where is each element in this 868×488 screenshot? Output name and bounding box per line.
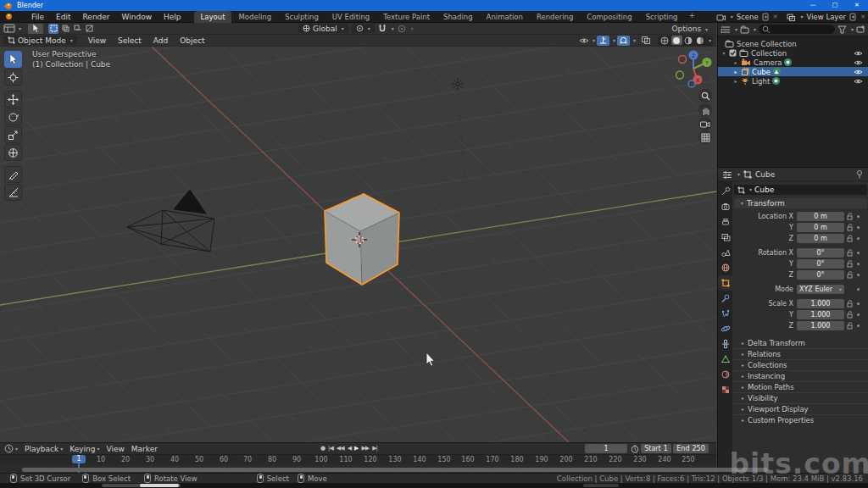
- tool-measure-button[interactable]: [4, 184, 22, 201]
- timeline-ruler[interactable]: 10 20 30 40 50 60 70 80 90 100 110 120 1…: [0, 454, 716, 464]
- animate-dot[interactable]: [857, 215, 860, 218]
- outliner-row-collection[interactable]: ▾ Collection: [718, 48, 868, 58]
- animate-dot[interactable]: [857, 226, 860, 229]
- maximize-button[interactable]: □: [824, 0, 846, 11]
- scale-z-input[interactable]: 1.000: [797, 321, 844, 330]
- menu-view[interactable]: View: [82, 35, 112, 47]
- keying-menu[interactable]: Keying▾: [70, 445, 99, 453]
- lock-icon[interactable]: [844, 249, 854, 257]
- tab-shading[interactable]: Shading: [437, 11, 480, 23]
- outliner-search-input[interactable]: [759, 25, 835, 34]
- tab-object-data[interactable]: [718, 352, 732, 367]
- object-name-field[interactable]: ▾ Cube: [734, 185, 867, 195]
- tab-render[interactable]: [718, 199, 732, 214]
- overlays-dropdown-icon[interactable]: ▾: [633, 38, 636, 43]
- new-scene-icon[interactable]: [762, 13, 770, 21]
- tab-constraints[interactable]: [718, 336, 732, 352]
- transform-panel-header[interactable]: ▾ Transform: [734, 198, 867, 208]
- remove-view-layer-icon[interactable]: ✕: [860, 14, 865, 20]
- panel-viewport-display[interactable]: ▸Viewport Display: [734, 403, 867, 414]
- perspective-toggle-button[interactable]: [698, 130, 712, 144]
- animate-dot[interactable]: [857, 288, 860, 291]
- scale-y-input[interactable]: 1.000: [797, 310, 844, 319]
- frame-start-input[interactable]: Start1: [641, 444, 671, 453]
- hide-toggle-eye-icon[interactable]: [854, 50, 863, 57]
- tool-select-box-button[interactable]: [4, 51, 22, 68]
- lock-icon[interactable]: [844, 311, 854, 319]
- frame-end-input[interactable]: End250: [673, 444, 709, 453]
- panel-collections[interactable]: ▸Collections: [734, 359, 867, 370]
- pivot-point-dropdown[interactable]: ▾: [352, 24, 375, 33]
- menu-add[interactable]: Add: [147, 35, 174, 47]
- shading-wireframe-button[interactable]: [659, 36, 670, 45]
- menu-help[interactable]: Help: [158, 11, 187, 23]
- view-layer-name[interactable]: View Layer: [807, 13, 847, 21]
- timeline-view-menu[interactable]: View: [106, 445, 124, 453]
- lock-icon[interactable]: [844, 271, 854, 279]
- camera-view-button[interactable]: [698, 117, 712, 130]
- panel-instancing[interactable]: ▸Instancing: [734, 370, 867, 381]
- tab-texture[interactable]: [718, 382, 732, 397]
- shading-solid-button[interactable]: [671, 36, 682, 45]
- pan-button[interactable]: [698, 103, 712, 117]
- viewport-3d[interactable]: User Perspective (1) Collection | Cube Z: [0, 47, 716, 442]
- animate-dot[interactable]: [857, 274, 860, 276]
- tab-tool[interactable]: [718, 184, 732, 199]
- scene-name[interactable]: Scene: [737, 13, 759, 21]
- use-preview-range-icon[interactable]: [631, 445, 639, 453]
- options-dropdown[interactable]: Options ▾: [671, 25, 708, 33]
- rotation-x-input[interactable]: 0°: [797, 248, 844, 258]
- light-object[interactable]: [452, 78, 464, 90]
- current-frame-marker[interactable]: 1: [72, 455, 86, 463]
- toggle-xray-button[interactable]: [640, 36, 653, 46]
- outliner-row-cube-selected[interactable]: ▸ Cube: [718, 67, 868, 76]
- tool-rotate-button[interactable]: [4, 108, 22, 125]
- tab-particles[interactable]: [718, 306, 732, 321]
- outliner-row-scene-collection[interactable]: Scene Collection: [718, 39, 868, 48]
- light-data-icon[interactable]: [772, 77, 780, 85]
- timeline-editor-type-dropdown[interactable]: ▾: [4, 444, 18, 453]
- tab-view-layer[interactable]: [718, 230, 732, 245]
- next-keyframe-button[interactable]: ▶▶: [361, 445, 369, 452]
- select-mode-extend-button[interactable]: [60, 24, 70, 34]
- select-mode-invert-button[interactable]: [84, 24, 94, 34]
- proportional-edit-icon[interactable]: [398, 25, 406, 33]
- tab-animation[interactable]: Animation: [480, 11, 530, 23]
- tab-compositing[interactable]: Compositing: [580, 11, 638, 23]
- animate-dot[interactable]: [857, 313, 860, 316]
- shading-dropdown-icon[interactable]: ▾: [709, 38, 711, 43]
- add-workspace-button[interactable]: +: [684, 11, 699, 23]
- transform-orientation-dropdown[interactable]: Global ▾: [298, 24, 348, 33]
- editor-type-dropdown-icon[interactable]: ▾: [19, 26, 21, 31]
- os-titlebar[interactable]: Blender — □ ✕: [0, 0, 868, 11]
- filter-funnel-icon[interactable]: [837, 25, 847, 34]
- filter-collection-icon[interactable]: [740, 25, 749, 34]
- tab-physics[interactable]: [718, 321, 732, 336]
- tab-modeling[interactable]: Modeling: [231, 11, 278, 23]
- outliner-row-light[interactable]: ▸ Light: [718, 76, 868, 86]
- menu-edit[interactable]: Edit: [50, 11, 76, 23]
- panel-visibility[interactable]: ▸Visibility: [734, 392, 867, 403]
- mesh-data-icon[interactable]: [773, 68, 781, 75]
- play-reverse-button[interactable]: ◀: [348, 445, 351, 452]
- lock-icon[interactable]: [844, 322, 854, 330]
- current-frame-input[interactable]: 1: [585, 444, 627, 453]
- camera-data-icon[interactable]: [784, 58, 792, 66]
- timeline-scrollbar[interactable]: [22, 468, 768, 472]
- tab-sculpting[interactable]: Sculpting: [278, 11, 326, 23]
- tool-scale-button[interactable]: [4, 126, 22, 143]
- tab-world[interactable]: [718, 260, 732, 275]
- display-mode-dropdown-icon[interactable]: ▾: [735, 27, 737, 32]
- properties-editor-icon[interactable]: [722, 170, 732, 179]
- lock-icon[interactable]: [844, 260, 854, 268]
- filter-dropdown-icon[interactable]: ▾: [851, 27, 854, 32]
- panel-relations[interactable]: ▸Relations: [734, 348, 867, 359]
- menu-object[interactable]: Object: [174, 35, 210, 47]
- hide-toggle-eye-icon[interactable]: [854, 59, 863, 66]
- animate-dot[interactable]: [857, 263, 860, 265]
- shading-rendered-button[interactable]: [695, 36, 706, 45]
- menu-select[interactable]: Select: [112, 35, 147, 47]
- tab-uv-editing[interactable]: UV Editing: [326, 11, 376, 23]
- rotation-y-input[interactable]: 0°: [797, 259, 844, 269]
- show-overlays-button[interactable]: [617, 36, 630, 46]
